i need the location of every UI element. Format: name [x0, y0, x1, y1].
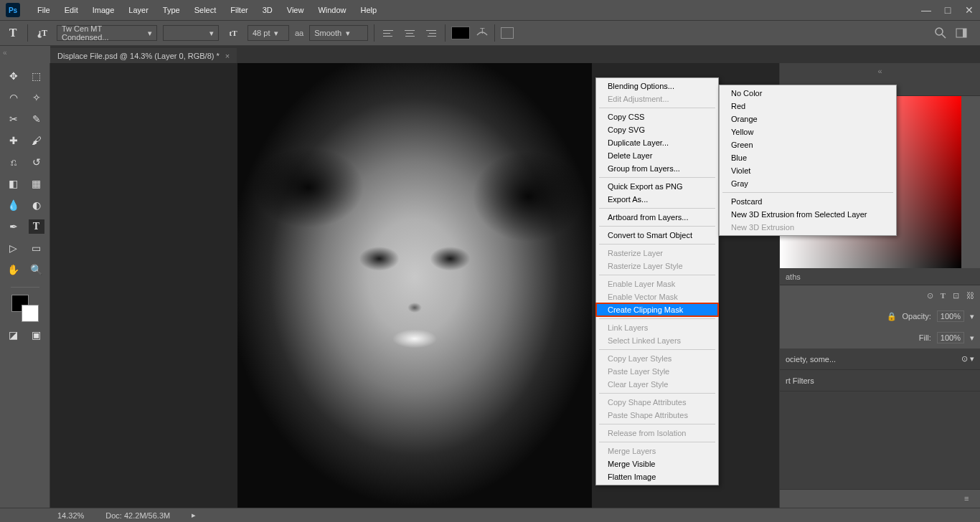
menu-item-create-clipping-mask[interactable]: Create Clipping Mask: [596, 303, 718, 316]
menu-item-duplicate-layer[interactable]: Duplicate Layer...: [596, 136, 718, 149]
align-center-button[interactable]: [402, 27, 418, 39]
lasso-tool[interactable]: ◠: [6, 90, 22, 105]
dodge-tool[interactable]: ◐: [29, 198, 44, 212]
menu-item-quick-export-as-png[interactable]: Quick Export as PNG: [596, 180, 718, 193]
link-icon[interactable]: ⛓: [966, 291, 974, 300]
menu-item-copy-svg[interactable]: Copy SVG: [596, 123, 718, 136]
svg-line-2: [942, 34, 946, 38]
menu-item-blue[interactable]: Blue: [720, 151, 896, 164]
text-orientation-icon[interactable]: ⸘T: [34, 24, 51, 42]
align-left-button[interactable]: [380, 27, 396, 39]
menu-item-gray[interactable]: Gray: [720, 177, 896, 190]
opacity-value[interactable]: 100%: [937, 310, 964, 322]
character-panel-icon[interactable]: [501, 27, 514, 39]
menu-item-flatten-image[interactable]: Flatten Image: [596, 470, 718, 483]
menu-item-group-from-layers[interactable]: Group from Layers...: [596, 162, 718, 175]
hand-tool[interactable]: ✋: [6, 262, 22, 277]
align-right-button[interactable]: [423, 27, 439, 39]
menu-item-convert-to-smart-object[interactable]: Convert to Smart Object: [596, 229, 718, 242]
eyedropper-tool[interactable]: ✎: [29, 112, 44, 126]
collapse-right-icon[interactable]: «: [877, 67, 882, 75]
warp-text-icon[interactable]: T: [476, 27, 489, 39]
text-color-swatch[interactable]: [451, 27, 470, 39]
stamp-tool[interactable]: ⎌: [6, 155, 22, 169]
document-tab[interactable]: Displace File.psd @ 14.3% (Layer 0, RGB/…: [50, 47, 237, 63]
menu-item-artboard-from-layers[interactable]: Artboard from Layers...: [596, 211, 718, 224]
fill-value[interactable]: 100%: [937, 332, 964, 343]
screen-mode-icon[interactable]: ▣: [29, 328, 44, 342]
menu-layer[interactable]: Layer: [121, 1, 156, 19]
brush-tool[interactable]: 🖌: [29, 133, 44, 148]
type-tool-icon: T: [4, 24, 22, 42]
move-tool[interactable]: ✥: [6, 69, 22, 83]
menu-help[interactable]: Help: [354, 1, 385, 19]
menu-item-blending-options[interactable]: Blending Options...: [596, 80, 718, 92]
search-icon[interactable]: [934, 27, 947, 39]
menu-item-copy-css[interactable]: Copy CSS: [596, 110, 718, 123]
menu-image[interactable]: Image: [85, 1, 122, 19]
menu-item-red[interactable]: Red: [720, 100, 896, 113]
menu-item-delete-layer[interactable]: Delete Layer: [596, 149, 718, 162]
photoshop-logo: Ps: [6, 3, 20, 17]
shape-tool[interactable]: ▭: [29, 241, 44, 255]
menu-item-green[interactable]: Green: [720, 138, 896, 151]
fx-icon[interactable]: ⊙: [927, 291, 933, 300]
type-layer-icon[interactable]: T: [941, 291, 946, 300]
menu-item-merge-visible[interactable]: Merge Visible: [596, 457, 718, 470]
menu-select[interactable]: Select: [187, 1, 224, 19]
pen-tool[interactable]: ✒: [6, 219, 22, 234]
menu-window[interactable]: Window: [311, 1, 353, 19]
list-item[interactable]: rt Filters: [780, 370, 980, 392]
close-tab-icon[interactable]: ×: [225, 52, 230, 60]
minimize-icon[interactable]: —: [915, 0, 937, 20]
menu-file[interactable]: File: [30, 1, 57, 19]
zoom-tool[interactable]: 🔍: [29, 262, 44, 277]
close-icon[interactable]: ✕: [958, 0, 980, 20]
workspace-icon[interactable]: [956, 27, 969, 39]
menu-item-select-linked-layers: Select Linked Layers: [596, 334, 718, 347]
marquee-tool[interactable]: ⬚: [29, 69, 44, 83]
gradient-tool[interactable]: ▦: [29, 176, 44, 191]
type-tool[interactable]: T: [29, 219, 44, 234]
foreground-background-swatch[interactable]: [11, 295, 39, 322]
menu-item-export-as[interactable]: Export As...: [596, 193, 718, 206]
magic-wand-tool[interactable]: ✧: [29, 90, 44, 105]
menu-item-link-layers: Link Layers: [596, 321, 718, 334]
menu-3d[interactable]: 3D: [255, 1, 280, 19]
blur-tool[interactable]: 💧: [6, 198, 22, 212]
menu-type[interactable]: Type: [156, 1, 187, 19]
paths-tab[interactable]: aths: [780, 268, 980, 285]
menu-item-edit-adjustment: Edit Adjustment...: [596, 92, 718, 105]
menu-view[interactable]: View: [280, 1, 311, 19]
maximize-icon[interactable]: □: [937, 0, 958, 20]
path-select-tool[interactable]: ▷: [6, 241, 22, 255]
status-bar: 14.32% Doc: 42.2M/56.3M ▸: [0, 508, 980, 522]
lock-icon[interactable]: 🔒: [887, 312, 897, 321]
font-size-dropdown[interactable]: 48 pt▾: [248, 25, 289, 41]
svg-rect-4: [963, 29, 966, 37]
anti-alias-dropdown[interactable]: Smooth▾: [309, 25, 368, 41]
quick-mask-icon[interactable]: ◪: [6, 328, 22, 342]
panel-menu-icon[interactable]: ≡: [964, 494, 974, 504]
menu-item-orange[interactable]: Orange: [720, 113, 896, 125]
menu-filter[interactable]: Filter: [223, 1, 255, 19]
menu-item-postcard[interactable]: Postcard: [720, 195, 896, 208]
menu-edit[interactable]: Edit: [57, 1, 85, 19]
menu-item-violet[interactable]: Violet: [720, 164, 896, 177]
font-family-dropdown[interactable]: Tw Cen MT Condensed...▾: [57, 25, 157, 41]
list-item[interactable]: ociety, some...⊙ ▾: [780, 348, 980, 370]
eraser-tool[interactable]: ◧: [6, 176, 22, 191]
menu-item-rasterize-layer-style: Rasterize Layer Style: [596, 260, 718, 272]
healing-tool[interactable]: ✚: [6, 133, 22, 148]
collapse-left-icon[interactable]: «: [3, 49, 7, 57]
menu-item-no-color[interactable]: No Color: [720, 87, 896, 100]
crop-tool[interactable]: ✂: [6, 112, 22, 126]
menu-item-paste-layer-style: Paste Layer Style: [596, 365, 718, 378]
options-bar: T ⸘T Tw Cen MT Condensed...▾ ▾ tT 48 pt▾…: [0, 20, 980, 46]
transform-icon[interactable]: ⊡: [953, 291, 959, 300]
zoom-level[interactable]: 14.32%: [57, 511, 84, 520]
history-brush-tool[interactable]: ↺: [29, 155, 44, 169]
font-style-dropdown[interactable]: ▾: [163, 25, 219, 41]
menu-item-yellow[interactable]: Yellow: [720, 125, 896, 138]
menu-item-new-3d-extrusion-from-selected-layer[interactable]: New 3D Extrusion from Selected Layer: [720, 208, 896, 221]
